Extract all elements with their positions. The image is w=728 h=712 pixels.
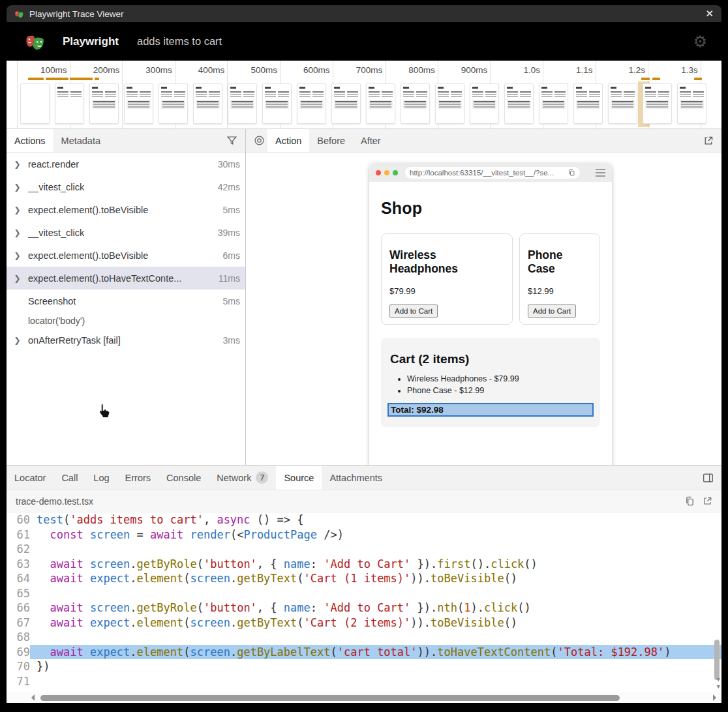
chevron-right-icon[interactable]: ❯ [7,274,28,283]
filmstrip-thumbnail[interactable] [193,83,222,124]
product-name: Phone Case [528,248,592,276]
filmstrip-thumbnail[interactable] [401,83,430,124]
action-duration: 11ms [213,273,240,284]
filter-icon[interactable] [226,129,245,152]
action-duration: 39ms [213,228,240,238]
filmstrip-thumbnail[interactable] [55,83,84,124]
filmstrip-thumbnail[interactable] [366,83,395,124]
copy-source-icon[interactable] [685,496,695,507]
chevron-right-icon[interactable]: ❯ [7,183,28,192]
action-row[interactable]: ❯__vitest_click42ms [7,175,245,198]
filmstrip-thumbnail[interactable] [159,83,188,124]
tab-locator[interactable]: Locator [7,466,53,490]
pick-locator-icon[interactable] [246,129,267,152]
filmstrip-thumbnail[interactable] [262,83,292,124]
action-row[interactable]: ❯onAfterRetryTask [fail]3ms [7,329,245,351]
add-to-cart-button[interactable]: Add to Cart [528,304,576,318]
chevron-right-icon[interactable]: ❯ [7,205,28,215]
tab-call[interactable]: Call [53,466,85,490]
settings-gear-icon[interactable]: ⚙ [693,34,707,50]
timeline-duration-bar [652,78,660,80]
chevron-right-icon[interactable]: ❯ [7,336,28,345]
action-row[interactable]: ❯__vitest_click39ms [7,221,245,244]
tab-network[interactable]: Network7 [209,466,276,490]
horizontal-scrollbar[interactable] [7,692,721,703]
action-row[interactable]: ❯expect.element().toHaveTextConte...11ms [7,267,245,289]
filmstrip-thumbnail[interactable] [331,83,361,124]
code-text: await expect.element(screen.getByText('C… [30,571,721,586]
action-label: expect.element().toBeVisible [28,205,148,215]
tab-console[interactable]: Console [159,466,209,490]
vertical-scrollbar-arrows[interactable]: ▼▼ [717,677,720,690]
action-row[interactable]: ❯react.render30ms [7,153,245,175]
titlebar: Playwright Trace Viewer ✕ [7,5,721,22]
chevron-right-icon[interactable]: ❯ [7,228,28,237]
tab-metadata[interactable]: Metadata [53,129,108,152]
scroll-right-arrow-icon[interactable] [713,694,716,701]
filmstrip-thumbnail[interactable] [539,83,568,124]
code-text: test('adds items to cart', async () => { [30,512,721,527]
line-number: 65 [7,586,30,601]
action-row[interactable]: ❯expect.element().toBeVisible5ms [7,198,245,221]
main-split: ActionsMetadata ❯react.render30ms❯__vite… [7,128,721,465]
browser-dot-red [376,170,381,175]
tab-after[interactable]: After [353,129,389,152]
open-snapshot-external-icon[interactable] [703,129,721,152]
browser-dot-yellow [384,170,389,175]
timeline-tick-label: 700ms [356,65,383,75]
code-line: 71 [7,674,721,689]
timeline-duration-bar [694,78,702,80]
filmstrip-thumbnail[interactable] [470,83,499,124]
action-row[interactable]: Screenshot5ms [7,289,245,312]
add-to-cart-button[interactable]: Add to Cart [389,304,438,318]
timeline[interactable]: 100ms200ms300ms400ms500ms600ms700ms800ms… [7,61,721,128]
copy-url-icon[interactable] [568,169,575,177]
snapshot-panel: ActionBeforeAfter [246,129,721,465]
filmstrip-thumbnail[interactable] [297,83,326,124]
trace-viewer-window: Playwright Trace Viewer ✕ Playwright add… [0,0,728,712]
filmstrip-thumbnail[interactable] [89,83,119,124]
scroll-left-arrow-icon[interactable] [31,694,35,701]
filmstrip-thumbnail[interactable] [504,83,534,124]
action-duration: 30ms [213,159,240,170]
filmstrip-thumbnail[interactable] [677,83,706,124]
tab-source[interactable]: Source [276,466,322,490]
filmstrip-thumbnail[interactable] [124,83,153,124]
filmstrip-thumbnail[interactable] [608,83,637,124]
tab-action[interactable]: Action [267,129,309,152]
filmstrip-thumbnail[interactable] [228,83,257,124]
code-text: }) [30,659,721,674]
close-icon[interactable]: ✕ [705,8,714,20]
filmstrip-thumbnail[interactable] [435,83,464,124]
filmstrip-thumbnail[interactable] [643,83,672,124]
action-label: onAfterRetryTask [fail] [28,335,121,346]
tab-before[interactable]: Before [309,129,353,152]
vertical-scrollbar-thumb[interactable] [714,640,720,680]
browser-dot-green [393,170,398,175]
horizontal-scrollbar-thumb[interactable] [40,695,620,701]
tab-actions[interactable]: Actions [7,129,53,152]
tab-attachments[interactable]: Attachments [322,466,390,490]
code-line: 66 await screen.getByRole('button', { na… [7,601,721,616]
test-title: adds items to cart [137,35,222,48]
code-text: await expect.element(screen.getByLabelTe… [30,645,721,660]
action-duration: 5ms [218,296,240,306]
tab-errors[interactable]: Errors [117,466,159,490]
action-duration: 5ms [218,205,240,215]
snapshot-tabbar: ActionBeforeAfter [246,129,721,153]
timeline-duration-bar [46,78,68,80]
split-view-icon[interactable] [703,466,721,490]
action-row[interactable]: ❯expect.element().toBeVisible6ms [7,244,245,267]
filmstrip-thumbnail[interactable] [573,83,603,124]
chevron-right-icon[interactable]: ❯ [7,160,28,169]
chevron-right-icon[interactable]: ❯ [7,251,28,260]
window-title: Playwright Trace Viewer [29,9,124,19]
line-number: 63 [7,557,30,572]
product-price: $79.99 [389,286,504,296]
action-list: ❯react.render30ms❯__vitest_click42ms❯exp… [7,153,245,465]
open-source-external-icon[interactable] [703,496,712,506]
filmstrip-thumbnail[interactable] [20,83,50,124]
source-filename: trace-demo.test.tsx [16,496,93,507]
product-price: $12.99 [528,286,592,296]
tab-log[interactable]: Log [85,466,117,490]
